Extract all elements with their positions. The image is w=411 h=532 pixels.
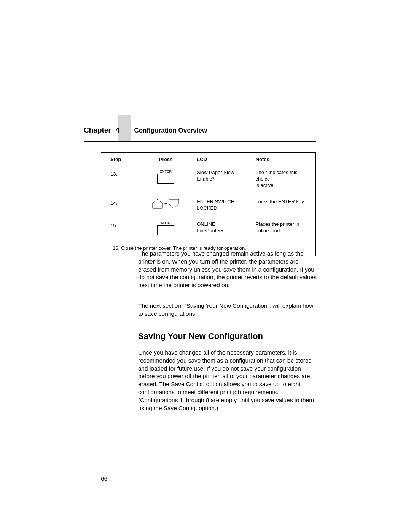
lcd-line-2: Enable* <box>197 176 246 182</box>
svg-marker-0 <box>153 199 162 208</box>
key-label: ENTER <box>159 169 172 173</box>
notes-line-1: Places the printer in <box>256 221 311 228</box>
lcd-cell: Slow Paper Slew Enable* <box>192 169 251 189</box>
table-row: 14. + ENTER SWITCH LOCKED Locks the ENTE… <box>101 196 315 219</box>
col-header-step: Step <box>101 153 139 166</box>
page: Chapter 4 Configuration Overview Step Pr… <box>0 0 411 532</box>
press-cell: ENTER <box>139 169 192 189</box>
lcd-line-2: LOCKED <box>197 205 246 212</box>
notes-line-2: online mode. <box>256 228 311 234</box>
body-paragraph-1: The parameters you have changed remain a… <box>138 250 317 289</box>
table-row: 13. ENTER Slow Paper Slew Enable* The * … <box>101 166 315 196</box>
keycap-icon <box>157 174 174 184</box>
lcd-line-2: LinePrinter+ <box>197 228 246 234</box>
step-cell: 14. <box>101 199 139 212</box>
chapter-number: 4 <box>116 126 120 134</box>
keycap-icon <box>157 225 174 235</box>
step-cell: 15. <box>101 221 139 235</box>
table-header: Step Press LCD Notes <box>101 153 315 166</box>
key-label: ON LINE <box>158 221 173 225</box>
col-header-press: Press <box>139 153 193 166</box>
lcd-cell: ENTER SWITCH LOCKED <box>192 199 251 212</box>
lcd-line-1: Slow Paper Slew <box>197 169 246 176</box>
col-header-notes: Notes <box>251 153 315 166</box>
steps-table: Step Press LCD Notes 13. ENTER Slow Pape… <box>101 152 316 256</box>
plus-text: + <box>164 201 167 206</box>
col-header-lcd: LCD <box>192 153 251 166</box>
section-title: Configuration Overview <box>134 127 207 134</box>
press-cell: + <box>139 199 192 212</box>
table-row: 15. ON LINE ONLINE LinePrinter+ Places t… <box>101 218 315 242</box>
up-key-icon <box>152 199 163 209</box>
body-paragraph-2: The next section, “Saving Your New Confi… <box>138 302 317 318</box>
page-number: 66 <box>101 475 107 482</box>
notes-cell: Places the printer in online mode. <box>251 221 315 235</box>
header-divider <box>84 141 316 142</box>
lcd-line-1: ENTER SWITCH <box>197 199 246 205</box>
press-cell: ON LINE <box>139 221 192 235</box>
key-online: ON LINE <box>157 221 174 235</box>
notes-line-1: Locks the ENTER key. <box>256 199 311 205</box>
notes-line-2: is active. <box>256 182 311 189</box>
lcd-cell: ONLINE LinePrinter+ <box>192 221 251 235</box>
notes-cell: The * indicates this choice is active. <box>251 169 315 189</box>
notes-line-1: The * indicates this choice <box>256 169 311 182</box>
body-paragraph-3: Once you have changed all of the necessa… <box>138 349 317 412</box>
chapter-header: Chapter 4 Configuration Overview <box>84 126 316 134</box>
down-key-icon <box>169 199 179 209</box>
key-enter: ENTER <box>157 169 174 184</box>
notes-cell: Locks the ENTER key. <box>251 199 315 212</box>
subsection-title: Saving Your New Configuration <box>138 331 317 341</box>
lcd-line-1: ONLINE <box>197 221 246 228</box>
chapter-label: Chapter <box>84 126 111 134</box>
subsection-heading: Saving Your New Configuration <box>138 331 317 343</box>
key-combo: + <box>152 199 179 209</box>
step-cell: 13. <box>101 169 139 189</box>
svg-marker-1 <box>169 199 179 208</box>
